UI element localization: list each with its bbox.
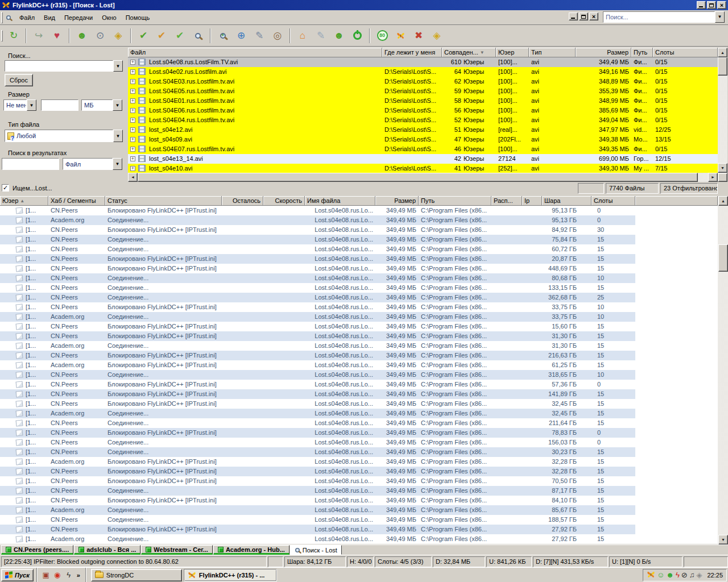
adl-search-icon[interactable] (214, 27, 231, 44)
transfers-column-Осталось[interactable]: Осталось (222, 196, 263, 206)
transfer-row[interactable]: [1...CN.PeersСоединение...Lost.s04e08.ru… (0, 447, 635, 457)
results-column-Путь[interactable]: Путь (631, 48, 653, 57)
result-row[interactable]: +lost_s04e12.aviD:\Serials\Lost\S...51Юз… (128, 125, 718, 135)
menu-item-Окно[interactable]: Окно (97, 13, 121, 23)
result-row[interactable]: +Lost.S04E07.rus.Lostfilm.tv.aviD:\Seria… (128, 144, 718, 154)
transfer-row[interactable]: [1...CN.PeersБлокировано FlyLinkDC++ [IP… (0, 331, 635, 341)
transfers-scroll-down-button[interactable]: ▼ (718, 535, 728, 544)
away-icon[interactable]: ☻ (330, 27, 348, 44)
reset-button[interactable]: Сброс (5, 74, 33, 86)
limit-80-badge[interactable]: 80 (374, 27, 391, 44)
transfers-column-Скорость[interactable]: Скорость (263, 196, 305, 206)
results-hscroll-thumb[interactable] (138, 173, 698, 182)
transfer-row[interactable]: [1...CN.PeersБлокировано FlyLinkDC++ [IP… (0, 206, 635, 215)
transfer-row[interactable]: [1...CN.PeersСоединение...Lost.s04e08.ru… (0, 235, 635, 244)
finished-downloads-icon[interactable]: ✔ (153, 27, 170, 44)
result-row[interactable]: +lost_s04e10.aviD:\Serials\Lost\S...41Юз… (128, 164, 718, 173)
transfers-column-Хаб / Сегменты[interactable]: Хаб / Сегменты (48, 196, 105, 206)
waiting-users-icon[interactable]: ✔ (171, 27, 188, 44)
taskbar-window-StrongDC[interactable]: StrongDC (91, 569, 182, 581)
result-row[interactable]: +Lost.s04e02.rus.Lostfilm.aviD:\Serials\… (128, 67, 718, 77)
transfer-row[interactable]: [1...CN.PeersСоединение...Lost.s04e08.ru… (0, 438, 635, 447)
results-scroll-up-button[interactable]: ▲ (718, 48, 727, 57)
filter-results-input[interactable] (2, 158, 59, 170)
recent-hubs-icon[interactable]: ⊙ (92, 27, 109, 44)
transfers-column-Путь[interactable]: Путь (419, 196, 491, 206)
filetype-value-cell[interactable]: Любой (5, 130, 113, 142)
transfers-column-Имя файла[interactable]: Имя файла (305, 196, 375, 206)
reconnect-icon[interactable]: ↻ (5, 27, 22, 44)
filter-field-combo[interactable]: Файл ▼ (63, 158, 122, 170)
maximize-button[interactable] (707, 1, 716, 9)
filetype-combo[interactable]: Любой ▼ (5, 130, 123, 142)
mdi-minimize-button[interactable] (569, 13, 578, 20)
result-row[interactable]: +Lost.S04E05.rus.Lostfilm.tv.aviD:\Seria… (128, 86, 718, 96)
size-value-input[interactable] (41, 99, 78, 111)
favorite-hubs-icon[interactable]: ◈ (110, 27, 127, 44)
menu-item-Помощь[interactable]: Помощь (121, 13, 155, 23)
quicklaunch-app3-icon[interactable]: ϟ (64, 570, 74, 580)
menubar-gripper[interactable] (1, 12, 3, 23)
follow-redirect-icon[interactable]: ↪ (30, 27, 47, 44)
tray-flylink-butterfly-icon[interactable] (647, 571, 655, 580)
quick-search-dropdown-button[interactable]: ▼ (715, 11, 725, 23)
transfers-column-Шара[interactable]: Шара (542, 196, 592, 206)
expand-icon[interactable]: + (130, 147, 135, 152)
transfer-row[interactable]: [1...Academ.orgСоединение...Lost.s04e08.… (0, 505, 635, 515)
filelist-download-icon[interactable]: ◈ (428, 27, 445, 44)
transfer-row[interactable]: [1...Academ.orgСоединение...Lost.s04e08.… (0, 534, 635, 544)
transfer-row[interactable]: [1...CN.PeersСоединение...Lost.s04e08.ru… (0, 244, 635, 254)
tray-user-icon[interactable]: ☻ (666, 571, 674, 579)
result-row[interactable]: +lost_s04e13_14.avi42Юзеры27124avi699,00… (128, 154, 718, 164)
size-mode-dropdown-button[interactable]: ▼ (27, 99, 36, 111)
expand-icon[interactable]: + (130, 69, 135, 74)
transfer-row[interactable]: [1...CN.PeersСоединение...Lost.s04e08.ru… (0, 486, 635, 496)
transfer-row[interactable]: [1...CN.PeersСоединение...Lost.s04e08.ru… (0, 370, 635, 380)
transfer-row[interactable]: [1...CN.PeersБлокировано FlyLinkDC++ [IP… (0, 428, 635, 438)
quick-search-combo[interactable]: Поиск... ▼ (603, 11, 725, 23)
quicklaunch-app2-icon[interactable]: ◉ (52, 570, 63, 580)
search-term-combo[interactable]: ▼ (5, 60, 123, 72)
results-column-Файл[interactable]: Файл (128, 48, 382, 57)
transfer-row[interactable]: [1...CN.PeersБлокировано FlyLinkDC++ [IP… (0, 496, 635, 505)
transfer-row[interactable]: [1...CN.PeersБлокировано FlyLinkDC++ [IP… (0, 254, 635, 264)
transfer-row[interactable]: [1...CN.PeersБлокировано FlyLinkDC++ [IP… (0, 476, 635, 486)
mdi-window-icon[interactable] (6, 15, 11, 20)
expand-icon[interactable]: + (130, 79, 135, 84)
results-column-Слоты[interactable]: Слоты (653, 48, 718, 57)
result-row[interactable]: +Lost.S04E03.rus.Lostfilm.tv.aviD:\Seria… (128, 77, 718, 86)
size-unit-dropdown-button[interactable]: ▼ (113, 99, 122, 111)
tray-firewall-icon[interactable]: ϟ (676, 571, 680, 579)
transfer-row[interactable]: [1...CN.PeersБлокировано FlyLinkDC++ [IP… (0, 399, 635, 409)
results-column-Совпаден...[interactable]: Совпаден...▼ (442, 48, 496, 57)
menu-item-Файл[interactable]: Файл (15, 13, 39, 23)
expand-icon[interactable]: + (130, 89, 135, 94)
filetype-dropdown-button[interactable]: ▼ (113, 130, 123, 142)
transfer-row[interactable]: [1...CN.PeersСоединение...Lost.s04e08.ru… (0, 515, 635, 525)
tab-Webstream - Сег...[interactable]: Webstream - Сег... (141, 545, 213, 555)
minimize-button[interactable] (697, 1, 706, 9)
tray-blocked-icon[interactable]: ⊘ (681, 571, 688, 579)
expand-icon[interactable]: + (130, 118, 135, 123)
tray-network-icon[interactable]: ◈ (696, 571, 702, 579)
transfer-row[interactable]: [1...CN.PeersСоединение...Lost.s04e08.ru… (0, 273, 635, 283)
transfer-row[interactable]: [1...CN.PeersСоединение...Lost.s04e08.ru… (0, 418, 635, 428)
transfer-row[interactable]: [1...CN.PeersБлокировано FlyLinkDC++ [IP… (0, 302, 635, 312)
transfer-row[interactable]: [1...Academ.orgСоединение...Lost.s04e08.… (0, 341, 635, 351)
size-unit-value[interactable]: МБ (81, 99, 113, 111)
results-scroll-down-button[interactable]: ▼ (718, 163, 727, 173)
quicklaunch-app1-icon[interactable]: ▣ (41, 570, 51, 580)
transfer-row[interactable]: [1...Academ.orgБлокировано FlyLinkDC++ [… (0, 457, 635, 467)
result-row[interactable]: +lost_s04s09.aviD:\Serials\Lost\S...47Юз… (128, 135, 718, 144)
tab-adslclub - Вся ...[interactable]: adslclub - Вся ... (74, 545, 140, 555)
search-spy-icon[interactable]: ⊕ (233, 27, 250, 44)
transfers-scroll-up-button[interactable]: ▲ (718, 196, 728, 206)
hard-hat-icon[interactable]: ⌂ (294, 27, 311, 44)
transfer-row[interactable]: [1...CN.PeersБлокировано FlyLinkDC++ [IP… (0, 525, 635, 534)
tab-Academ.org - Hub...[interactable]: Academ.org - Hub... (213, 545, 289, 555)
close-button[interactable]: × (717, 1, 726, 9)
menu-item-Вид[interactable]: Вид (39, 13, 60, 23)
transfer-row[interactable]: [1...CN.PeersСоединение...Lost.s04e08.ru… (0, 293, 635, 302)
shutdown-icon[interactable] (349, 27, 366, 44)
favorite-users-icon[interactable]: ♥ (48, 27, 65, 44)
